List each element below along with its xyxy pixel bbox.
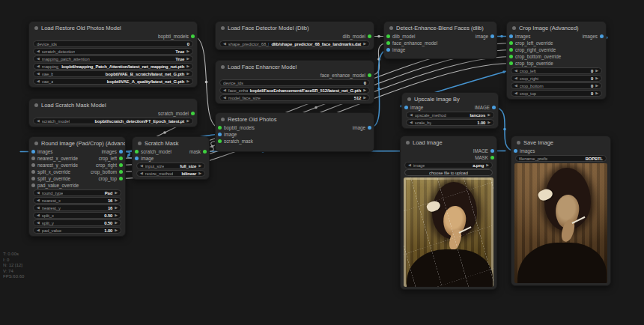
increment-arrow-icon[interactable]: ▶ — [115, 228, 118, 232]
node-title-bar[interactable]: Scratch Mask — [133, 139, 209, 148]
node-title-bar[interactable]: Restore Old Photos — [216, 115, 374, 124]
widget-filename-prefix[interactable]: filename_prefixBOPBTL — [515, 155, 607, 162]
increment-arrow-icon[interactable]: ▶ — [115, 221, 118, 225]
increment-arrow-icon[interactable]: ▶ — [595, 76, 598, 80]
increment-arrow-icon[interactable]: ▶ — [186, 79, 189, 83]
node-title-bar[interactable]: Detect-Enhance-Blend Faces (dlib) — [384, 23, 496, 33]
node-load-face-detector-model-dlib[interactable]: Load Face Detector Model (Dlib)dlib_mode… — [215, 21, 374, 50]
widget-split-x[interactable]: ◀split_x0.50▶ — [33, 212, 121, 219]
output-dot-icon[interactable] — [119, 170, 123, 174]
input-dot-icon[interactable] — [218, 139, 222, 143]
increment-arrow-icon[interactable]: ▶ — [115, 191, 118, 195]
collapse-dot-icon[interactable] — [34, 26, 38, 30]
decrement-arrow-icon[interactable]: ◀ — [37, 228, 40, 232]
collapse-dot-icon[interactable] — [221, 65, 225, 69]
increment-arrow-icon[interactable]: ▶ — [186, 57, 189, 61]
node-graph-canvas[interactable]: Load Restore Old Photos Modelbopbtl_mode… — [0, 0, 644, 325]
node-title-bar[interactable]: Load Scratch Mask Model — [29, 100, 197, 110]
increment-arrow-icon[interactable]: ▶ — [198, 171, 201, 175]
output-dot-icon[interactable] — [119, 150, 123, 154]
node-load-restore-old-photos-model[interactable]: Load Restore Old Photos Modelbopbtl_mode… — [28, 21, 198, 88]
increment-arrow-icon[interactable]: ▶ — [186, 49, 189, 53]
decrement-arrow-icon[interactable]: ◀ — [223, 88, 226, 92]
output-dot-icon[interactable] — [600, 34, 604, 38]
decrement-arrow-icon[interactable]: ◀ — [410, 113, 413, 117]
widget-mapping-net[interactable]: ◀mapping_netbopbtl/mapping_Patch_Attenti… — [33, 63, 193, 70]
increment-arrow-icon[interactable]: ▶ — [595, 84, 598, 88]
node-upscale-image-by[interactable]: Upscale Image ByimageIMAGE◀upscale_metho… — [401, 92, 499, 129]
increment-arrow-icon[interactable]: ▶ — [595, 91, 598, 95]
input-dot-icon[interactable] — [386, 34, 390, 38]
output-dot-icon[interactable] — [368, 73, 371, 77]
node-title-bar[interactable]: Load Face Enhancer Model — [216, 62, 374, 72]
output-dot-icon[interactable] — [368, 126, 371, 130]
increment-arrow-icon[interactable]: ▶ — [115, 198, 118, 202]
node-restore-old-photos[interactable]: Restore Old Photosbopbtl_modelsimageimag… — [215, 112, 374, 152]
output-dot-icon[interactable] — [492, 106, 496, 109]
widget-mapping-patch-attention[interactable]: ◀mapping_patch_attentionTrue▶ — [33, 55, 193, 62]
decrement-arrow-icon[interactable]: ◀ — [37, 49, 40, 53]
widget-face-enhance-model[interactable]: ◀face_enhance_modelbopbtl/FaceEnhancemen… — [219, 87, 370, 94]
decrement-arrow-icon[interactable]: ◀ — [37, 72, 40, 76]
node-detect-enhance-blend-faces-dlib[interactable]: Detect-Enhance-Blend Faces (dlib)dlib_mo… — [383, 21, 497, 59]
widget-nearest-y[interactable]: ◀nearest_y16▶ — [33, 204, 121, 211]
increment-arrow-icon[interactable]: ▶ — [115, 206, 118, 210]
collapse-dot-icon[interactable] — [389, 26, 393, 30]
input-dot-icon[interactable] — [31, 163, 35, 167]
collapse-dot-icon[interactable] — [407, 97, 411, 101]
input-dot-icon[interactable] — [135, 150, 139, 154]
input-dot-icon[interactable] — [31, 157, 35, 160]
node-crop-image-advanced[interactable]: Crop Image (Advanced)imagesimagescrop_le… — [506, 21, 607, 100]
node-load-image[interactable]: Load ImageIMAGEMASK◀imagea.png▶choose fi… — [400, 136, 497, 290]
collapse-dot-icon[interactable] — [512, 26, 516, 30]
output-dot-icon[interactable] — [119, 157, 123, 160]
decrement-arrow-icon[interactable]: ◀ — [514, 69, 517, 73]
decrement-arrow-icon[interactable]: ◀ — [37, 213, 40, 217]
input-dot-icon[interactable] — [509, 61, 513, 65]
increment-arrow-icon[interactable]: ▶ — [487, 113, 490, 117]
output-dot-icon[interactable] — [191, 112, 195, 115]
decrement-arrow-icon[interactable]: ◀ — [37, 221, 40, 225]
input-dot-icon[interactable] — [218, 133, 222, 136]
output-dot-icon[interactable] — [368, 34, 371, 38]
input-dot-icon[interactable] — [31, 177, 35, 180]
collapse-dot-icon[interactable] — [34, 103, 38, 107]
widget-vae-b[interactable]: ◀vae_bbopbtl/VAE_B_scratch/latest_net_G.… — [33, 70, 193, 77]
widget-input-size[interactable]: ◀input_sizefull_size▶ — [136, 162, 205, 169]
input-dot-icon[interactable] — [404, 106, 408, 109]
widget-scratch-model[interactable]: ◀scratch_modelbopbtl/scratch_detection/F… — [33, 118, 193, 124]
decrement-arrow-icon[interactable]: ◀ — [223, 42, 226, 46]
decrement-arrow-icon[interactable]: ◀ — [140, 171, 143, 175]
decrement-arrow-icon[interactable]: ◀ — [514, 84, 517, 88]
decrement-arrow-icon[interactable]: ◀ — [37, 64, 40, 68]
widget-crop-bottom[interactable]: ◀crop_bottom0▶ — [511, 82, 602, 89]
input-dot-icon[interactable] — [31, 183, 35, 187]
widget-vae-a[interactable]: ◀vae_abopbtl/VAE_A_quality/latest_net_G.… — [33, 78, 193, 85]
input-dot-icon[interactable] — [514, 149, 517, 153]
input-dot-icon[interactable] — [509, 41, 513, 45]
output-dot-icon[interactable] — [490, 149, 494, 153]
widget-shape-predictor-68-face-landmarks[interactable]: ◀shape_predictor_68_face_landmarksdlib/s… — [219, 40, 370, 47]
collapse-dot-icon[interactable] — [138, 142, 142, 145]
widget-device-ids[interactable]: device_ids0 — [219, 79, 370, 86]
input-dot-icon[interactable] — [135, 157, 139, 160]
widget-upscale-method[interactable]: ◀upscale_methodlanczos▶ — [406, 112, 494, 118]
widget-crop-left[interactable]: ◀crop_left0▶ — [511, 67, 602, 74]
widget-scratch-detection[interactable]: ◀scratch_detectionTrue▶ — [33, 48, 193, 55]
node-title-bar[interactable]: Load Restore Old Photos Model — [29, 23, 197, 33]
decrement-arrow-icon[interactable]: ◀ — [140, 164, 143, 168]
node-scratch-mask[interactable]: Scratch Maskscratch_modelmaskimage◀input… — [132, 136, 210, 180]
decrement-arrow-icon[interactable]: ◀ — [37, 206, 40, 210]
collapse-dot-icon[interactable] — [221, 118, 225, 121]
increment-arrow-icon[interactable]: ▶ — [186, 119, 189, 123]
decrement-arrow-icon[interactable]: ◀ — [223, 96, 226, 100]
input-dot-icon[interactable] — [31, 170, 35, 174]
input-dot-icon[interactable] — [386, 41, 390, 45]
widget-pad-value[interactable]: ◀pad_value1.00▶ — [33, 227, 121, 234]
increment-arrow-icon[interactable]: ▶ — [363, 96, 366, 100]
input-dot-icon[interactable] — [218, 126, 222, 130]
widget-split-y[interactable]: ◀split_y0.50▶ — [33, 219, 121, 226]
node-title-bar[interactable]: Crop Image (Advanced) — [507, 23, 606, 33]
decrement-arrow-icon[interactable]: ◀ — [410, 121, 413, 124]
increment-arrow-icon[interactable]: ▶ — [486, 163, 489, 167]
